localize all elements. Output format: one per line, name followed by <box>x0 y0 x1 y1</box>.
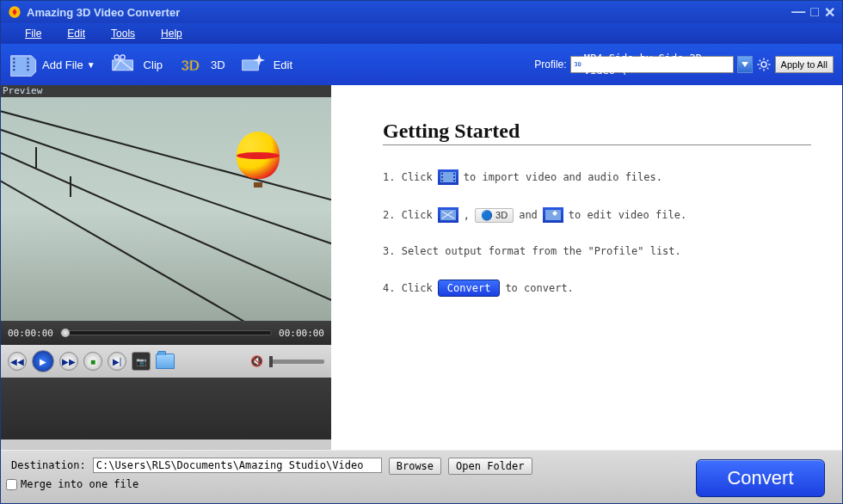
time-current: 00:00:00 <box>8 328 53 339</box>
forward-button[interactable]: ▶▶ <box>59 352 78 371</box>
balloon-icon <box>237 132 280 187</box>
svg-rect-7 <box>27 65 28 67</box>
profile-area: Profile: 3D MP4 Side by Side 3D Video ( … <box>534 56 834 73</box>
apply-to-all-button[interactable]: Apply to All <box>775 56 834 73</box>
svg-rect-1 <box>13 58 15 59</box>
mute-icon[interactable]: 🔇 <box>250 354 264 368</box>
clip-label: Clip <box>144 58 163 71</box>
svg-text:3D: 3D <box>181 58 200 74</box>
menu-help[interactable]: Help <box>161 28 182 40</box>
preview-label: Preview <box>1 85 331 97</box>
merge-checkbox-input[interactable] <box>6 479 17 490</box>
merge-label: Merge into one file <box>21 478 138 490</box>
convert-button[interactable]: Convert <box>696 459 825 497</box>
getting-started-title: Getting Started <box>383 120 811 145</box>
scissors-film-icon <box>111 52 140 77</box>
chevron-down-icon: ▼ <box>87 60 95 70</box>
profile-label: Profile: <box>534 58 566 71</box>
stop-button[interactable]: ■ <box>83 352 102 371</box>
thumbnail-strip <box>1 378 331 439</box>
svg-rect-16 <box>441 176 443 178</box>
step-4: 4. Click Convert to convert. <box>383 280 811 297</box>
gear-icon[interactable] <box>756 57 772 72</box>
middle-area: Preview 00:00:00 00:00:00 <box>1 85 842 450</box>
merge-checkbox[interactable]: Merge into one file <box>6 478 138 490</box>
menu-tools[interactable]: Tools <box>111 28 135 40</box>
close-icon[interactable]: ✕ <box>824 4 835 21</box>
edit-icon-inline <box>543 207 563 223</box>
edit-wand-icon <box>241 52 270 77</box>
add-file-button[interactable]: Add File ▼ <box>9 52 95 77</box>
left-column: Preview 00:00:00 00:00:00 <box>1 85 331 450</box>
svg-rect-4 <box>13 69 15 71</box>
snapshot-button[interactable]: 📷 <box>132 352 151 371</box>
bottom-bar: Destination: Browse Open Folder Merge in… <box>1 450 842 503</box>
next-button[interactable]: ▶| <box>108 352 126 371</box>
3d-label: 3D <box>211 58 225 71</box>
destination-label: Destination: <box>11 459 86 471</box>
profile-dropdown-icon[interactable] <box>737 56 753 73</box>
app-window: Amazing 3D Video Converter — □ ✕ File Ed… <box>0 0 843 504</box>
film-icon-inline <box>438 169 458 185</box>
svg-rect-3 <box>13 65 15 67</box>
3d-button[interactable]: 3D 3D <box>178 52 225 77</box>
toolbar: Add File ▼ Clip 3D 3D Edit Profile: 3D M… <box>1 44 842 85</box>
destination-input[interactable] <box>93 458 382 473</box>
minimize-icon[interactable]: — <box>791 4 805 21</box>
title-text: Amazing 3D Video Converter <box>27 6 791 19</box>
add-file-label: Add File <box>42 58 83 71</box>
3d-button-inline: 🔵 3D <box>475 208 514 223</box>
profile-value: MP4 Side by Side 3D Video ( <box>584 52 730 77</box>
progress-row: 00:00:00 00:00:00 <box>1 321 331 345</box>
svg-rect-5 <box>27 58 28 59</box>
svg-rect-18 <box>453 173 455 175</box>
svg-rect-6 <box>27 62 28 64</box>
play-button[interactable]: ▶ <box>32 350 54 372</box>
3d-small-icon: 3D <box>574 58 584 71</box>
profile-select[interactable]: 3D MP4 Side by Side 3D Video ( <box>570 56 734 73</box>
edit-label: Edit <box>274 58 292 71</box>
menu-file[interactable]: File <box>25 28 41 40</box>
app-icon <box>8 5 22 19</box>
3d-icon: 3D <box>178 52 207 77</box>
svg-rect-20 <box>453 180 455 181</box>
volume-slider[interactable] <box>269 360 324 364</box>
right-column: Getting Started 1. Click to import video… <box>331 85 842 450</box>
film-add-icon <box>9 52 39 77</box>
window-buttons: — □ ✕ <box>791 4 835 21</box>
clip-icon-inline <box>438 207 458 223</box>
svg-rect-15 <box>441 173 443 175</box>
convert-button-inline: Convert <box>438 280 501 297</box>
svg-point-13 <box>761 62 766 67</box>
maximize-icon[interactable]: □ <box>810 4 819 21</box>
folder-button[interactable] <box>156 353 175 369</box>
step-3: 3. Select output format from the "Profil… <box>383 245 811 257</box>
open-folder-button[interactable]: Open Folder <box>448 458 532 475</box>
svg-rect-19 <box>453 176 455 178</box>
svg-rect-22 <box>545 210 561 220</box>
svg-rect-17 <box>441 180 443 181</box>
menu-edit[interactable]: Edit <box>67 28 85 40</box>
step-1: 1. Click to import video and audio files… <box>383 169 811 185</box>
edit-button[interactable]: Edit <box>241 52 292 77</box>
menubar: File Edit Tools Help <box>1 23 842 44</box>
titlebar: Amazing 3D Video Converter — □ ✕ <box>1 1 842 23</box>
time-total: 00:00:00 <box>279 328 324 339</box>
browse-button[interactable]: Browse <box>389 458 441 475</box>
clip-button[interactable]: Clip <box>111 52 163 77</box>
step-2: 2. Click , 🔵 3D and to edit video file. <box>383 207 811 223</box>
seek-bar[interactable] <box>60 330 272 335</box>
svg-rect-8 <box>27 69 28 71</box>
svg-text:3D: 3D <box>574 61 581 68</box>
rewind-button[interactable]: ◀◀ <box>8 352 27 371</box>
video-preview[interactable] <box>1 97 331 321</box>
controls-row: ◀◀ ▶ ▶▶ ■ ▶| 📷 🔇 <box>1 345 331 378</box>
svg-rect-2 <box>13 62 15 64</box>
